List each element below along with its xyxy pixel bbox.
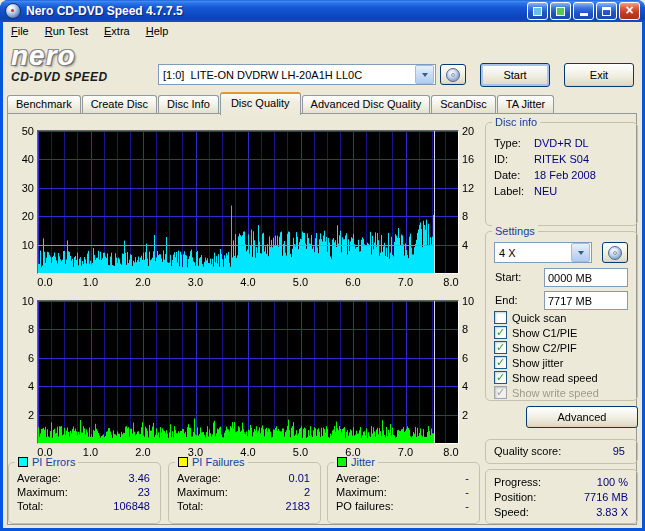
pi-failures-value-total: 2183 (286, 500, 310, 512)
quick-scan-checkbox[interactable] (494, 311, 507, 324)
disc-info-label-id: ID: (494, 153, 534, 165)
settings-title: Settings (492, 225, 538, 237)
show-write-speed-label: Show write speed (512, 387, 599, 399)
pi-errors-rows: Average:3.46Maximum:23Total:106848 (17, 472, 150, 514)
disc-info-row-id: ID:RITEK S04 (494, 153, 631, 169)
disc-info-title: Disc info (492, 116, 540, 128)
start-input[interactable] (544, 268, 628, 287)
x-axis-tick-0-0: 0.0 (32, 276, 58, 288)
jitter-row-average: Average:- (336, 472, 469, 486)
quick-scan-label: Quick scan (512, 312, 566, 324)
jitter-value-average: - (465, 472, 469, 484)
checkbox-show-read-speed[interactable]: ✓Show read speed (494, 370, 633, 385)
checkbox-show-jitter[interactable]: ✓Show jitter (494, 355, 633, 370)
charts-area: 5040302010201612840.01.02.03.04.05.06.07… (11, 122, 487, 460)
show-read-speed-checkbox[interactable]: ✓ (494, 371, 507, 384)
show-read-speed-label: Show read speed (512, 372, 598, 384)
y-axis-tick-8: 8 (12, 323, 34, 335)
tab-scandisc[interactable]: ScanDisc (431, 95, 495, 113)
checkbox-show-c2-pif[interactable]: ✓Show C2/PIF (494, 340, 633, 355)
pi-errors-color-swatch (18, 457, 28, 467)
y-axis-tick-4: 4 (12, 380, 34, 392)
pi-failures-value-maximum: 2 (304, 486, 310, 498)
show-c2-pif-checkbox[interactable]: ✓ (494, 341, 507, 354)
y2-axis-tick-4: 4 (462, 380, 486, 392)
x-axis-tick-2-0: 2.0 (130, 446, 156, 458)
drive-select[interactable]: [1:0] LITE-ON DVDRW LH-20A1H LL0C (158, 64, 436, 85)
disc-info-label-date: Date: (494, 169, 534, 181)
x-axis-tick-7-0: 7.0 (393, 276, 419, 288)
x-axis-tick-8-0: 8.0 (438, 276, 464, 288)
progress-label-speed: Speed: (494, 506, 529, 518)
tab-strip: BenchmarkCreate DiscDisc InfoDisc Qualit… (7, 93, 555, 113)
chevron-down-icon (578, 251, 584, 255)
pi-failures-row-average: Average:0.01 (177, 472, 310, 486)
drive-select-arrow[interactable] (415, 65, 434, 84)
client-area: FileRun TestExtraHelp nero CD-DVD SPEED … (3, 22, 642, 528)
y-axis-tick-2: 2 (12, 409, 34, 421)
maximize-button[interactable] (596, 2, 617, 20)
checkbox-show-write-speed: ✓Show write speed (494, 385, 633, 400)
disc-info-label-type: Type: (494, 137, 534, 149)
y2-axis-tick-16: 16 (462, 153, 486, 165)
advanced-button[interactable]: Advanced (526, 406, 638, 428)
menu-help[interactable]: Help (138, 22, 177, 40)
disc-info-rows: Type:DVD+R DLID:RITEK S04Date:18 Feb 200… (494, 137, 631, 201)
menu-file[interactable]: File (3, 22, 37, 40)
menu-run-test[interactable]: Run Test (37, 22, 96, 40)
jitter-value-po-failures: - (465, 500, 469, 512)
disc-refresh-icon (608, 246, 622, 260)
disc-info-value-id: RITEK S04 (534, 153, 589, 165)
jitter-row-po-failures: PO failures:- (336, 500, 469, 514)
x-axis-tick-5-0: 5.0 (288, 446, 314, 458)
close-button[interactable]: × (619, 2, 640, 20)
titlebar[interactable]: Nero CD-DVD Speed 4.7.7.5 × (0, 0, 645, 22)
checkbox-quick-scan[interactable]: Quick scan (494, 310, 633, 325)
jitter-rows: Average:-Maximum:-PO failures:- (336, 472, 469, 514)
x-axis-tick-4-0: 4.0 (235, 276, 261, 288)
blue-panel-icon (533, 7, 542, 16)
titlebar-extra-button-1[interactable] (527, 2, 548, 20)
show-c1-pie-checkbox[interactable]: ✓ (494, 326, 507, 339)
quality-score-panel: Quality score: 95 (485, 439, 638, 464)
pi-failures-label-maximum: Maximum: (177, 486, 228, 498)
minimize-icon (580, 13, 588, 16)
x-axis-tick-7-0: 7.0 (393, 446, 419, 458)
tab-disc-info[interactable]: Disc Info (158, 95, 219, 113)
checkbox-show-c1-pie[interactable]: ✓Show C1/PIE (494, 325, 633, 340)
y2-axis-tick-8: 8 (462, 210, 486, 222)
x-axis-tick-3-0: 3.0 (183, 276, 209, 288)
tab-ta-jitter[interactable]: TA Jitter (497, 95, 555, 113)
y2-axis-tick-12: 12 (462, 182, 486, 194)
show-c1-pie-label: Show C1/PIE (512, 327, 577, 339)
pi-errors-row-total: Total:106848 (17, 500, 150, 514)
tab-disc-quality[interactable]: Disc Quality (220, 92, 301, 115)
pi-errors-label-total: Total: (17, 500, 43, 512)
minimize-button[interactable] (573, 2, 594, 20)
speed-select-arrow[interactable] (571, 243, 590, 262)
disc-info-label-label: Label: (494, 185, 534, 197)
tab-create-disc[interactable]: Create Disc (82, 95, 157, 113)
progress-label-position: Position: (494, 491, 536, 503)
x-axis-tick-8-0: 8.0 (438, 446, 464, 458)
titlebar-extra-button-2[interactable] (550, 2, 571, 20)
show-jitter-checkbox[interactable]: ✓ (494, 356, 507, 369)
pi-errors-row-average: Average:3.46 (17, 472, 150, 486)
tab-benchmark[interactable]: Benchmark (7, 95, 81, 113)
tab-advanced-disc-quality[interactable]: Advanced Disc Quality (302, 95, 431, 113)
exit-button[interactable]: Exit (564, 63, 634, 87)
show-write-speed-checkbox: ✓ (494, 386, 507, 399)
disc-info-row-label: Label:NEU (494, 185, 631, 201)
refresh-disc-button[interactable] (602, 242, 628, 263)
settings-panel: Settings 4 X Start: End: Quick scan✓Show… (485, 231, 638, 401)
disc-info-row-type: Type:DVD+R DL (494, 137, 631, 153)
speed-select[interactable]: 4 X (494, 242, 592, 263)
menu-extra[interactable]: Extra (96, 22, 138, 40)
jitter-label-maximum: Maximum: (336, 486, 387, 498)
drive-eject-button[interactable] (440, 64, 466, 85)
end-input[interactable] (544, 291, 628, 310)
progress-row-speed: Speed:3.83 X (494, 506, 628, 521)
pi-errors-title: PI Errors (15, 456, 78, 468)
pi-failures-plot (37, 300, 459, 444)
start-button[interactable]: Start (480, 63, 550, 87)
